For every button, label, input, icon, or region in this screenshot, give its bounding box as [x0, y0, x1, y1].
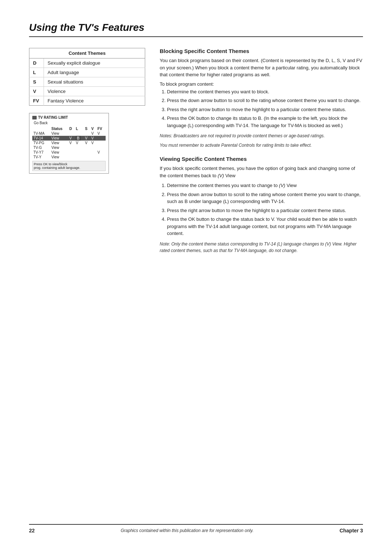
list-item: Press the OK button to change the status… [167, 216, 363, 237]
theme-desc-d: Sexually explicit dialogue [44, 58, 145, 68]
tv-rating-row-pg: TV-PG View V V V V [32, 141, 106, 145]
theme-code-s: S [29, 77, 44, 87]
theme-code-l: L [29, 68, 44, 77]
tv-screen-note: Press OK to view/blockprog. containing a… [32, 161, 106, 171]
list-item: Press the OK button to change its status… [167, 115, 363, 129]
footer-center-text: Graphics contained within this publicati… [35, 528, 340, 533]
viewing-steps-list: Determine the content themes you want to… [160, 182, 363, 237]
list-item: Press the right arrow button to move the… [167, 207, 363, 214]
page-title: Using the TV's Features [29, 22, 363, 33]
theme-code-v: V [29, 87, 44, 96]
tv-rating-row-g: TV-G View [32, 145, 106, 150]
blocked-indicator: B [76, 136, 81, 141]
view-italic-label: (V) [218, 173, 224, 178]
content-themes-table: Content Themes D Sexually explicit dialo… [29, 48, 145, 106]
footer-page-number: 22 [29, 528, 35, 533]
blocking-steps-list: Determine the content themes you want to… [160, 88, 363, 129]
table-row: D Sexually explicit dialogue [29, 58, 145, 68]
col-v: V [90, 126, 96, 131]
left-column: Content Themes D Sexually explicit dialo… [29, 48, 145, 257]
list-item: Determine the content themes you want to… [167, 182, 363, 189]
blocking-note2: You must remember to activate Parental C… [160, 142, 363, 149]
to-block-label: To block program content: [160, 81, 363, 87]
theme-desc-fv: Fantasy Violence [44, 96, 145, 106]
tv-rating-table: Status D L S V FV TV-MA View [32, 126, 106, 159]
content-themes-header: Content Themes [29, 48, 145, 58]
blocking-note1: Notes: Broadcasters are not required to … [160, 133, 363, 139]
list-item: Press the down arrow button to scroll to… [167, 97, 363, 104]
tv-rating-row-y7: TV-Y7 View V [32, 150, 106, 155]
tv-rating-row-14: TV-14 View V B V V [32, 136, 106, 141]
theme-code-fv: FV [29, 96, 44, 106]
main-content: Content Themes D Sexually explicit dialo… [29, 48, 363, 257]
tv-rating-limit-label: TV RATING LIMIT [38, 115, 68, 119]
page-footer: 22 Graphics contained within this public… [29, 524, 363, 533]
tv-icon [32, 116, 37, 119]
list-item: Press the down arrow button to scroll to… [167, 191, 363, 205]
tv-rating-row-y: TV-Y View [32, 155, 106, 159]
list-item: Determine the content themes you want to… [167, 88, 363, 96]
theme-code-d: D [29, 58, 44, 68]
table-row: V Violence [29, 87, 145, 96]
table-row: S Sexual situations [29, 77, 145, 87]
viewing-section-heading: Viewing Specific Content Themes [160, 156, 363, 162]
col-l: L [75, 126, 84, 131]
footer-chapter: Chapter 3 [339, 528, 363, 533]
tv-screen-header: TV RATING LIMIT [32, 115, 106, 119]
viewing-note: Note: Only the content theme status corr… [160, 241, 363, 254]
right-column: Blocking Specific Content Themes You can… [160, 48, 363, 257]
table-row: FV Fantasy Violence [29, 96, 145, 106]
table-row: L Adult language [29, 68, 145, 77]
col-status: Status [50, 126, 69, 131]
theme-desc-l: Adult language [44, 68, 145, 77]
list-item: Press the right arrow button to move the… [167, 106, 363, 113]
col-rating [32, 126, 50, 131]
tv-goback-label: Go Back [32, 121, 106, 125]
col-s: S [84, 126, 90, 131]
theme-desc-s: Sexual situations [44, 77, 145, 87]
tv-rating-row-ma: TV-MA View V V [32, 131, 106, 136]
col-fv: FV [97, 126, 106, 131]
blocking-intro-text: You can block programs based on their co… [160, 57, 363, 78]
col-d: D [68, 126, 75, 131]
page-title-section: Using the TV's Features [29, 22, 363, 37]
viewing-intro-text: If you block specific content themes, yo… [160, 165, 363, 179]
theme-desc-v: Violence [44, 87, 145, 96]
tv-rating-screen-mockup: TV RATING LIMIT Go Back Status D L S V F… [29, 113, 109, 174]
blocking-section-heading: Blocking Specific Content Themes [160, 48, 363, 54]
